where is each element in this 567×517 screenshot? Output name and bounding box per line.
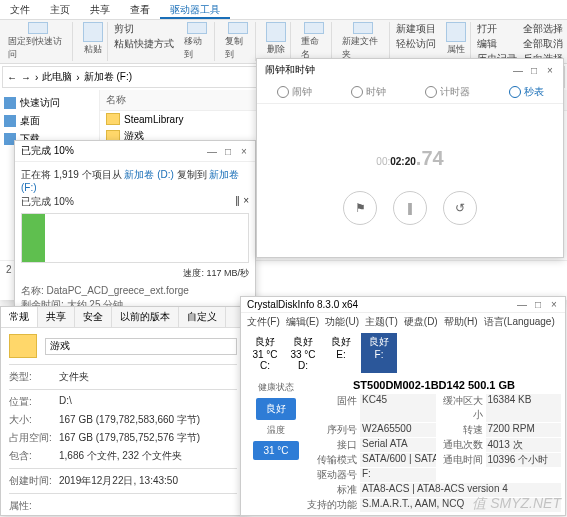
props-icon[interactable] <box>446 22 466 42</box>
clock-title: 闹钟和时钟 <box>265 63 315 77</box>
tab-view[interactable]: 查看 <box>120 0 160 19</box>
tab-clock[interactable]: 时钟 <box>351 85 386 99</box>
tab-security[interactable]: 安全 <box>75 307 112 327</box>
max-icon[interactable]: □ <box>533 299 543 310</box>
menu-edit[interactable]: 编辑(E) <box>286 315 319 329</box>
tab-stopwatch[interactable]: 秒表 <box>509 85 544 99</box>
tab-home[interactable]: 主页 <box>40 0 80 19</box>
stopwatch-icon <box>509 86 521 98</box>
star-icon <box>4 97 16 109</box>
desktop-icon <box>4 115 16 127</box>
tab-drive-tools[interactable]: 驱动器工具 <box>160 0 230 19</box>
disk-name: ST500DM002-1BD142 500.1 GB <box>307 379 561 391</box>
stopwatch-display: 00:02:20.74 <box>257 134 563 173</box>
health-badge: 良好 <box>256 398 296 420</box>
tab-timer[interactable]: 计时器 <box>425 85 470 99</box>
tab-sharing[interactable]: 共享 <box>38 307 75 327</box>
close-icon[interactable]: × <box>239 146 249 157</box>
menu-disk[interactable]: 硬盘(D) <box>404 315 438 329</box>
watermark: 值 SMYZ.NET <box>472 495 561 513</box>
lap-button[interactable]: ⚑ <box>343 191 377 225</box>
menu-file[interactable]: 文件(F) <box>247 315 280 329</box>
tab-alarm[interactable]: 闹钟 <box>277 85 312 99</box>
pin-icon[interactable] <box>28 22 48 34</box>
moveto-icon[interactable] <box>187 22 207 34</box>
max-icon[interactable]: □ <box>223 146 233 157</box>
clock-icon <box>351 86 363 98</box>
speed-label: 速度: 117 MB/秒 <box>21 267 249 280</box>
close-icon[interactable]: × <box>545 65 555 76</box>
timer-icon <box>425 86 437 98</box>
tab-general[interactable]: 常规 <box>1 307 38 327</box>
copy-title: 已完成 10% <box>21 144 74 158</box>
delete-icon[interactable] <box>266 22 286 42</box>
sidebar-quick[interactable]: 快速访问 <box>4 94 95 112</box>
close-icon[interactable]: × <box>549 299 559 310</box>
copyto-icon[interactable] <box>228 22 248 34</box>
sidebar-desktop[interactable]: 桌面 <box>4 112 95 130</box>
reset-button[interactable]: ↺ <box>443 191 477 225</box>
tab-custom[interactable]: 自定义 <box>179 307 226 327</box>
back-icon[interactable]: ← <box>7 72 17 83</box>
menu-func[interactable]: 功能(U) <box>325 315 359 329</box>
alarm-icon <box>277 86 289 98</box>
min-icon[interactable]: — <box>513 65 523 76</box>
cdi-title: CrystalDiskInfo 8.3.0 x64 <box>247 299 358 310</box>
name-input[interactable] <box>45 338 237 355</box>
menu-help[interactable]: 帮助(H) <box>444 315 478 329</box>
newfolder-icon[interactable] <box>353 22 373 34</box>
min-icon[interactable]: — <box>207 146 217 157</box>
menu-lang[interactable]: 语言(Language) <box>484 315 555 329</box>
pause-button[interactable]: ‖ <box>393 191 427 225</box>
tab-prev[interactable]: 以前的版本 <box>112 307 179 327</box>
folder-icon <box>9 334 37 358</box>
drive-d[interactable]: 良好33 °CD: <box>285 333 321 373</box>
drive-f[interactable]: 良好F: <box>361 333 397 373</box>
progress-bar <box>21 213 249 263</box>
folder-icon <box>106 113 120 125</box>
tab-share[interactable]: 共享 <box>80 0 120 19</box>
drive-e[interactable]: 良好E: <box>323 333 359 373</box>
paste-icon[interactable] <box>83 22 103 42</box>
rename-icon[interactable] <box>304 22 324 34</box>
fwd-icon[interactable]: → <box>21 72 31 83</box>
drive-c[interactable]: 良好31 °CC: <box>247 333 283 373</box>
max-icon[interactable]: □ <box>529 65 539 76</box>
temp-badge: 31 °C <box>253 441 298 460</box>
tab-file[interactable]: 文件 <box>0 0 40 19</box>
menu-theme[interactable]: 主题(T) <box>365 315 398 329</box>
min-icon[interactable]: — <box>517 299 527 310</box>
